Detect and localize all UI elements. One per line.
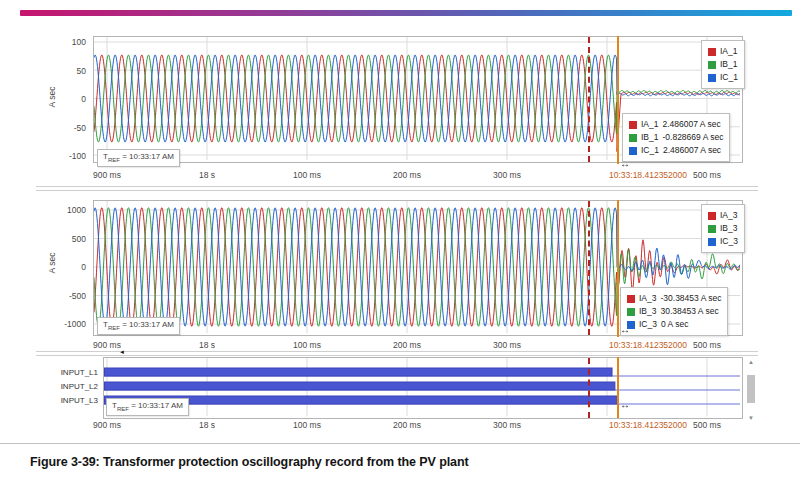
trip-cursor-line[interactable] xyxy=(617,36,619,164)
tref-value: 10:33:17 AM xyxy=(138,401,183,410)
series-color-swatch xyxy=(629,134,637,142)
tref-eq: = xyxy=(122,320,127,329)
series-color-swatch xyxy=(627,295,635,303)
tref-sub: REF xyxy=(117,406,129,412)
y-tick-label: -500 xyxy=(56,291,86,301)
x-tick-label: 18 s xyxy=(199,420,215,430)
analysis-cursor-line[interactable] xyxy=(588,358,590,418)
tref-value: 10:33:17 AM xyxy=(129,152,174,161)
trip-cursor-line[interactable] xyxy=(617,200,619,337)
scrollbar[interactable]: ▲ ▼ xyxy=(745,358,757,422)
cursor-timestamp-label: 10:33:18.412352000 xyxy=(609,340,687,350)
measurement-value: 2.486007 A sec xyxy=(663,118,721,131)
measurement-series: IA_3 xyxy=(639,292,657,305)
tref-box: TREF = 10:33:17 AM xyxy=(97,149,180,167)
measurement-row: IB_3 30.38453 A sec xyxy=(627,305,721,318)
x-tick-label: 100 ms xyxy=(293,340,321,350)
trip-cursor-line[interactable] xyxy=(617,357,619,418)
record-start-marker-icon: ◄ xyxy=(119,349,125,355)
measurement-series: IB_1 xyxy=(641,131,659,144)
y-tick-label: 1000 xyxy=(56,205,86,215)
brand-gradient-bar xyxy=(20,10,792,16)
scrollbar-thumb[interactable] xyxy=(747,375,755,403)
measurement-series: IC_3 xyxy=(639,318,657,331)
tref-sub: REF xyxy=(108,157,120,163)
measurement-row: IC_1 2.486007 A sec xyxy=(629,144,723,157)
panel-splitter[interactable] xyxy=(36,351,758,356)
plot-area-winding3[interactable]: IA_3 IB_3 IC_3 IA_3 -30.38453 A sec IB_3… xyxy=(93,200,743,336)
measurement-value: 2.486007 A sec xyxy=(663,144,721,157)
series-color-swatch xyxy=(708,212,716,220)
series-color-swatch xyxy=(629,147,637,155)
x-tick-label: 900 ms xyxy=(93,420,121,430)
legend-label: IA_3 xyxy=(720,209,738,222)
cursor-drag-handle-icon[interactable]: ↔ xyxy=(620,325,630,335)
x-tick-label: 300 ms xyxy=(493,340,521,350)
legend-item: IA_1 xyxy=(708,45,738,58)
legend-winding3: IA_3 IB_3 IC_3 xyxy=(701,204,745,253)
legend-item: IB_1 xyxy=(708,58,738,71)
measurement-row: IC_3 0 A sec xyxy=(627,318,721,331)
x-tick-label: 200 ms xyxy=(393,420,421,430)
legend-item: IA_3 xyxy=(708,209,738,222)
y-tick-label: 50 xyxy=(56,66,86,76)
analysis-cursor-line[interactable] xyxy=(588,201,590,335)
cursor-drag-handle-icon[interactable]: ↔ xyxy=(620,400,630,410)
legend-item: IB_3 xyxy=(708,222,738,235)
tref-eq: = xyxy=(131,401,136,410)
series-color-swatch xyxy=(708,225,716,233)
analysis-cursor-line[interactable] xyxy=(588,37,590,162)
legend-label: IB_3 xyxy=(720,222,738,235)
series-color-swatch xyxy=(627,308,635,316)
digital-channel-label: INPUT_L3 xyxy=(36,396,98,405)
time-axis-row-binary: 900 ms18 s100 ms200 ms300 ms10:33:18.412… xyxy=(0,420,800,432)
cursor-timestamp-label: 10:33:18.412352000 xyxy=(609,420,687,430)
caption-divider xyxy=(0,443,800,444)
y-tick-label: 0 xyxy=(56,262,86,272)
scroll-up-icon[interactable]: ▲ xyxy=(745,358,757,366)
digital-traces-canvas xyxy=(104,358,740,416)
series-color-swatch xyxy=(708,61,716,69)
measurement-series: IC_1 xyxy=(641,144,659,157)
legend-winding1: IA_1 IB_1 IC_1 xyxy=(701,40,745,89)
series-color-swatch xyxy=(708,74,716,82)
scroll-down-icon[interactable]: ▼ xyxy=(745,414,757,422)
y-tick-label: -1000 xyxy=(56,319,86,329)
legend-label: IC_1 xyxy=(720,71,738,84)
digital-channel-label: INPUT_L2 xyxy=(36,382,98,391)
x-tick-label: 200 ms xyxy=(393,340,421,350)
measurement-value: -0.828669 A sec xyxy=(663,131,724,144)
x-tick-label: 500 ms xyxy=(693,170,721,180)
plot-area-winding1[interactable]: IA_1 IB_1 IC_1 IA_1 2.486007 A sec IB_1 … xyxy=(93,36,743,163)
tref-value: 10:33:17 AM xyxy=(129,320,174,329)
tref-box: TREF = 10:33:17 AM xyxy=(106,398,189,416)
cursor-drag-handle-icon[interactable]: ↔ xyxy=(620,159,630,169)
y-tick-label: -50 xyxy=(56,123,86,133)
x-tick-label: 100 ms xyxy=(293,420,321,430)
x-tick-label: 500 ms xyxy=(693,420,721,430)
cursor-timestamp-label: 10:33:18.412352000 xyxy=(609,170,687,180)
measurement-row: IA_1 2.486007 A sec xyxy=(629,118,723,131)
x-tick-label: 900 ms xyxy=(93,170,121,180)
measurement-value: 0 A sec xyxy=(661,318,688,331)
x-tick-label: 300 ms xyxy=(493,420,521,430)
measurement-series: IA_1 xyxy=(641,118,659,131)
legend-item: IC_3 xyxy=(708,235,738,248)
measurement-series: IB_3 xyxy=(639,305,657,318)
legend-label: IC_3 xyxy=(720,235,738,248)
x-tick-label: 300 ms xyxy=(493,170,521,180)
series-color-swatch xyxy=(708,238,716,246)
panel-splitter[interactable] xyxy=(36,186,758,191)
x-tick-label: 500 ms xyxy=(693,340,721,350)
tref-box: TREF = 10:33:17 AM xyxy=(97,317,180,335)
document-page: A sec 100500-50-100 IA_1 IB_1 IC_1 IA_1 xyxy=(0,0,800,488)
y-tick-label: -100 xyxy=(56,151,86,161)
y-tick-label: 100 xyxy=(56,37,86,47)
y-tick-label: 500 xyxy=(56,234,86,244)
x-tick-label: 200 ms xyxy=(393,170,421,180)
x-tick-label: 18 s xyxy=(199,170,215,180)
x-tick-label: 900 ms xyxy=(93,340,121,350)
cursor-measurement-box-winding3: IA_3 -30.38453 A sec IB_3 30.38453 A sec… xyxy=(620,287,728,336)
plot-area-binary-inputs[interactable]: TREF = 10:33:17 AM xyxy=(103,357,743,419)
time-axis-row-winding1: 900 ms18 s100 ms200 ms300 ms10:33:18.412… xyxy=(0,170,800,182)
